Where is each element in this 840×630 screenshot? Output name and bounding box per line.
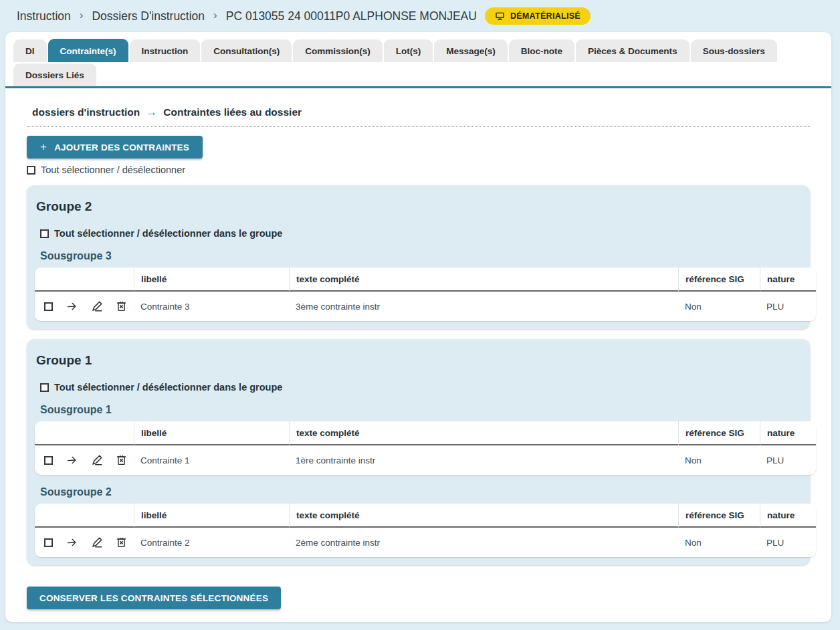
delete-icon[interactable]	[116, 454, 127, 466]
arrow-right-icon[interactable]	[66, 301, 78, 312]
cell-libelle: Contrainte 1	[134, 445, 289, 475]
tab-pieces-documents[interactable]: Pièces & Documents	[576, 39, 690, 62]
constraints-table: libellé texte complété référence SIG nat…	[35, 504, 816, 557]
cell-texte: 2ème contrainte instr	[289, 528, 678, 557]
column-header-nature: nature	[760, 504, 816, 528]
subgroup-title: Sousgroupe 1	[40, 404, 797, 416]
table-row: Contrainte 2 2ème contrainte instr Non P…	[35, 528, 816, 557]
chevron-right-icon: ›	[80, 9, 84, 22]
add-constraints-label: AJOUTER DES CONTRAINTES	[54, 142, 189, 152]
column-header-reference-sig: référence SIG	[678, 421, 760, 445]
group-select-all-checkbox[interactable]	[40, 229, 49, 238]
column-header-actions	[35, 504, 134, 528]
tab-sous-dossiers[interactable]: Sous-dossiers	[691, 39, 777, 62]
table-row: Contrainte 3 3ème contrainte instr Non P…	[35, 292, 816, 321]
tab-content: dossiers d'instruction → Contraintes lié…	[5, 88, 831, 609]
tab-contraintes[interactable]: Contrainte(s)	[48, 39, 128, 62]
cell-nature: PLU	[760, 528, 816, 557]
edit-icon[interactable]	[91, 536, 103, 548]
row-actions	[41, 300, 127, 312]
row-actions	[41, 536, 127, 548]
edit-icon[interactable]	[91, 454, 103, 466]
cell-libelle: Contrainte 2	[134, 528, 289, 557]
section-breadcrumb-right: Contraintes liées au dossier	[163, 106, 302, 118]
cell-reference-sig: Non	[678, 528, 760, 557]
section-breadcrumb: dossiers d'instruction → Contraintes lié…	[32, 106, 810, 119]
group-select-all-label: Tout sélectionner / désélectionner dans …	[54, 382, 282, 393]
column-header-nature: nature	[760, 268, 816, 292]
column-header-reference-sig: référence SIG	[678, 504, 760, 528]
group-select-all-label: Tout sélectionner / désélectionner dans …	[54, 228, 282, 239]
cell-texte: 3ème contrainte instr	[289, 292, 678, 321]
arrow-right-icon[interactable]	[66, 455, 78, 465]
column-header-reference-sig: référence SIG	[678, 268, 760, 292]
tab-bar: DI Contrainte(s) Instruction Consultatio…	[5, 32, 831, 88]
column-header-actions	[35, 421, 134, 445]
tab-bloc-note[interactable]: Bloc-note	[509, 39, 574, 62]
delete-icon[interactable]	[116, 300, 127, 312]
tab-instruction[interactable]: Instruction	[130, 39, 201, 62]
cell-reference-sig: Non	[678, 445, 760, 475]
constraints-table: libellé texte complété référence SIG nat…	[35, 421, 816, 475]
monitor-icon	[495, 11, 505, 21]
section-breadcrumb-left: dossiers d'instruction	[32, 106, 140, 118]
column-header-actions	[35, 268, 134, 292]
row-actions	[41, 454, 127, 466]
select-all-checkbox[interactable]	[27, 166, 35, 175]
main-panel: DI Contrainte(s) Instruction Consultatio…	[5, 32, 831, 622]
tab-messages[interactable]: Message(s)	[434, 39, 508, 62]
keep-selected-constraints-button[interactable]: CONSERVER LES CONTRAINTES SÉLECTIONNÉES	[27, 587, 281, 609]
group-card-groupe-2: Groupe 2 Tout sélectionner / désélection…	[27, 185, 810, 329]
keep-selected-constraints-label: CONSERVER LES CONTRAINTES SÉLECTIONNÉES	[39, 593, 268, 603]
column-header-libelle: libellé	[134, 421, 289, 445]
breadcrumb-current-dossier: PC 013055 24 00011P0 ALPHONSE MONJEAU	[226, 9, 477, 23]
subgroup-title: Sousgroupe 2	[40, 486, 797, 498]
row-select-checkbox[interactable]	[44, 538, 53, 547]
subgroup-title: Sousgroupe 3	[40, 250, 797, 262]
constraints-table: libellé texte complété référence SIG nat…	[35, 268, 816, 321]
row-select-checkbox[interactable]	[44, 302, 53, 311]
arrow-right-icon[interactable]	[66, 537, 78, 548]
edit-icon[interactable]	[91, 300, 103, 312]
tab-lots[interactable]: Lot(s)	[384, 39, 433, 62]
column-header-nature: nature	[760, 421, 816, 445]
add-constraints-button[interactable]: + AJOUTER DES CONTRAINTES	[27, 136, 203, 159]
row-select-checkbox[interactable]	[44, 456, 53, 465]
group-title: Groupe 2	[36, 199, 801, 214]
tab-di[interactable]: DI	[13, 39, 47, 62]
column-header-texte: texte complété	[289, 504, 678, 528]
column-header-texte: texte complété	[289, 268, 678, 292]
breadcrumb-instruction[interactable]: Instruction	[17, 9, 71, 23]
tab-consultations[interactable]: Consultation(s)	[201, 39, 292, 62]
dotted-divider	[27, 126, 810, 127]
tab-dossiers-lies[interactable]: Dossiers Liés	[13, 64, 96, 86]
cell-nature: PLU	[760, 292, 816, 321]
breadcrumb-dossiers[interactable]: Dossiers D'instruction	[92, 9, 205, 23]
breadcrumb: Instruction › Dossiers D'instruction › P…	[17, 9, 477, 23]
cell-texte: 1ère contrainte instr	[289, 445, 678, 475]
cell-nature: PLU	[760, 445, 816, 475]
arrow-right-icon: →	[146, 106, 157, 119]
column-header-libelle: libellé	[134, 268, 289, 292]
plus-icon: +	[40, 140, 47, 154]
group-select-all-checkbox[interactable]	[40, 383, 49, 392]
group-card-groupe-1: Groupe 1 Tout sélectionner / désélection…	[27, 339, 810, 565]
cell-reference-sig: Non	[678, 292, 760, 321]
tab-commissions[interactable]: Commission(s)	[293, 39, 383, 62]
column-header-libelle: libellé	[134, 504, 289, 528]
delete-icon[interactable]	[116, 536, 127, 548]
status-badge-dematerialise: DÉMATÉRIALISÉ	[485, 7, 591, 25]
group-title: Groupe 1	[36, 353, 801, 368]
select-all-label: Tout sélectionner / désélectionner	[41, 165, 185, 175]
status-badge-label: DÉMATÉRIALISÉ	[510, 11, 581, 21]
cell-libelle: Contrainte 3	[134, 292, 289, 321]
top-breadcrumb-bar: Instruction › Dossiers D'instruction › P…	[0, 0, 840, 32]
chevron-right-icon: ›	[213, 9, 217, 22]
table-row: Contrainte 1 1ère contrainte instr Non P…	[35, 445, 816, 475]
column-header-texte: texte complété	[289, 421, 678, 445]
